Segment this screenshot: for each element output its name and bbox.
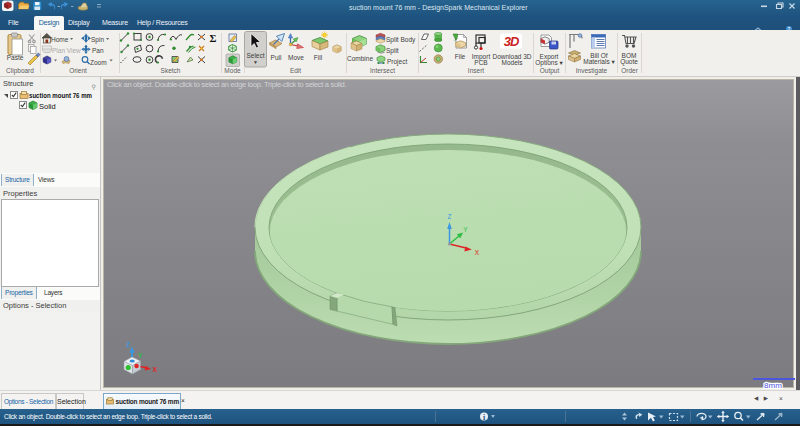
svg-text:X: X: [153, 366, 158, 373]
svg-text:suction mount 76 mm: suction mount 76 mm: [29, 91, 92, 100]
svg-text:Y: Y: [463, 226, 468, 233]
svg-text:Solid: Solid: [39, 102, 56, 111]
svg-text:Z: Z: [448, 213, 452, 220]
svg-text:8mm: 8mm: [764, 381, 782, 389]
svg-text:Y: Y: [138, 352, 143, 359]
svg-text:3D: 3D: [504, 34, 520, 49]
svg-text:Σ: Σ: [210, 33, 217, 44]
svg-text:X: X: [475, 249, 480, 256]
svg-text:Z: Z: [126, 341, 130, 348]
